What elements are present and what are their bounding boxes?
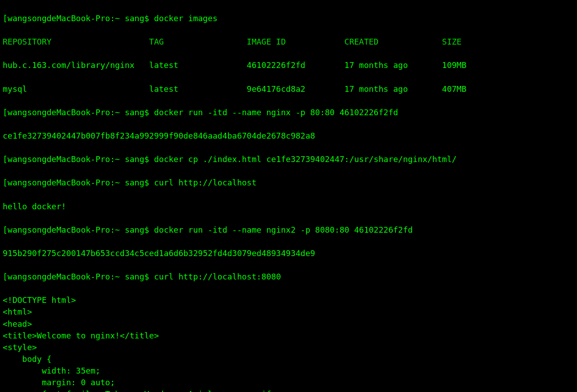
command-text: curl http://localhost:8080 (154, 272, 281, 281)
prompt-line: [wangsongdeMacBook-Pro:~ sang$ curl http… (3, 177, 574, 189)
command-text: curl http://localhost (154, 178, 257, 187)
output-container-id: ce1fe32739402447b007fb8f234a992999f90de8… (3, 130, 574, 142)
command-text: docker cp ./index.html ce1fe32739402447:… (154, 154, 457, 164)
table-header-row: REPOSITORY TAG IMAGE ID CREATED SIZE (3, 36, 574, 48)
prompt: [wangsongdeMacBook-Pro:~ sang$ (3, 225, 154, 234)
html-output-line: width: 35em; (3, 365, 574, 377)
html-output-line: margin: 0 auto; (3, 377, 574, 388)
prompt-line: [wangsongdeMacBook-Pro:~ sang$ docker ru… (3, 224, 574, 236)
prompt-line: [wangsongdeMacBook-Pro:~ sang$ docker im… (3, 13, 574, 24)
output-container-id: 915b290f275c200147b653ccd34c5ced1a6d6b32… (3, 248, 574, 259)
command-text: docker run -itd --name nginx -p 80:80 46… (154, 108, 398, 117)
html-output-line: <html> (3, 306, 574, 318)
prompt-line: [wangsongdeMacBook-Pro:~ sang$ curl http… (3, 271, 574, 283)
command-text: docker images (154, 14, 218, 23)
html-output-line: font-family: Tahoma, Verdana, Arial, san… (3, 388, 574, 392)
table-row: mysql latest 9e64176cd8a2 17 months ago … (3, 83, 574, 95)
output-curl: hello docker! (3, 201, 574, 212)
terminal-window[interactable]: [wangsongdeMacBook-Pro:~ sang$ docker im… (3, 1, 574, 392)
html-output-line: body { (3, 353, 574, 365)
prompt: [wangsongdeMacBook-Pro:~ sang$ (3, 272, 154, 281)
prompt-line: [wangsongdeMacBook-Pro:~ sang$ docker ru… (3, 107, 574, 118)
header-repository: REPOSITORY TAG IMAGE ID CREATED SIZE (3, 37, 462, 46)
html-output-line: <head> (3, 318, 574, 330)
html-output-block: <!DOCTYPE html><html><head><title>Welcom… (3, 294, 574, 392)
prompt-line: [wangsongdeMacBook-Pro:~ sang$ docker cp… (3, 153, 574, 165)
prompt: [wangsongdeMacBook-Pro:~ sang$ (3, 178, 154, 187)
prompt: [wangsongdeMacBook-Pro:~ sang$ (3, 154, 154, 164)
command-text: docker run -itd --name nginx2 -p 8080:80… (154, 225, 413, 234)
html-output-line: <!DOCTYPE html> (3, 294, 574, 306)
table-row: hub.c.163.com/library/nginx latest 46102… (3, 59, 574, 71)
html-output-line: <title>Welcome to nginx!</title> (3, 330, 574, 342)
prompt: [wangsongdeMacBook-Pro:~ sang$ (3, 14, 154, 23)
prompt: [wangsongdeMacBook-Pro:~ sang$ (3, 108, 154, 117)
html-output-line: <style> (3, 342, 574, 353)
